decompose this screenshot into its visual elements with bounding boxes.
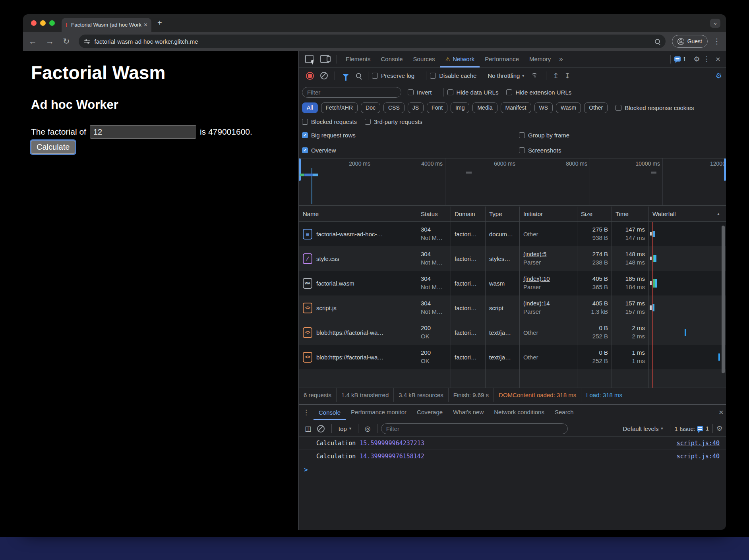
minimize-window-button[interactable] bbox=[40, 20, 46, 26]
more-tabs-icon[interactable]: » bbox=[556, 55, 566, 63]
device-toolbar-icon[interactable] bbox=[320, 55, 329, 63]
inspect-element-icon[interactable] bbox=[305, 55, 314, 63]
devtools-close-icon[interactable]: × bbox=[713, 54, 723, 64]
blocked-response-cookies-checkbox[interactable] bbox=[615, 105, 621, 111]
table-row[interactable]: ∕style.css 304Not M… factori… styles… (i… bbox=[299, 246, 726, 271]
new-tab-button[interactable]: + bbox=[157, 18, 162, 27]
column-header-time[interactable]: Time bbox=[612, 207, 649, 221]
console-sidebar-icon[interactable]: ◫ bbox=[305, 425, 311, 433]
console-filter-input[interactable] bbox=[381, 423, 568, 434]
forward-icon[interactable]: → bbox=[46, 37, 54, 46]
table-row[interactable]: <>script.js 304Not M… factori… script (i… bbox=[299, 295, 726, 320]
screenshots-checkbox[interactable] bbox=[519, 147, 525, 153]
column-header-domain[interactable]: Domain bbox=[451, 207, 486, 221]
clear-console-icon[interactable] bbox=[317, 425, 325, 433]
calculate-button[interactable]: Calculate bbox=[31, 141, 75, 154]
chip-js[interactable]: JS bbox=[408, 102, 424, 113]
drawer-tab-search[interactable]: Search bbox=[550, 404, 579, 421]
devtools-settings-icon[interactable]: ⚙ bbox=[694, 55, 700, 64]
hide-data-urls-checkbox[interactable] bbox=[447, 89, 453, 95]
back-icon[interactable]: ← bbox=[29, 37, 37, 46]
column-header-waterfall[interactable]: Waterfall▲ bbox=[649, 207, 726, 221]
initiator-link[interactable]: (index):5 bbox=[523, 250, 577, 258]
table-row[interactable]: <>blob:https://factorial-wa… 200OK facto… bbox=[299, 345, 726, 369]
throttling-select[interactable]: No throttling bbox=[488, 72, 520, 79]
timeline-left-handle[interactable] bbox=[299, 158, 301, 181]
browser-tab[interactable]: ! Factorial Wasm (ad hoc Work × bbox=[62, 18, 151, 32]
group-by-frame-checkbox[interactable] bbox=[519, 132, 525, 138]
invert-checkbox[interactable] bbox=[408, 89, 414, 95]
chip-other[interactable]: Other bbox=[584, 102, 608, 113]
console-prompt[interactable]: > bbox=[299, 463, 726, 477]
hide-extension-urls-checkbox[interactable] bbox=[506, 89, 512, 95]
chip-doc[interactable]: Doc bbox=[361, 102, 380, 113]
console-message[interactable]: Calculation14.399999976158142 script.js:… bbox=[299, 450, 726, 463]
drawer-tab-performance-monitor[interactable]: Performance monitor bbox=[346, 404, 412, 421]
big-request-rows-checkbox[interactable] bbox=[302, 132, 308, 138]
page-zoom-icon[interactable] bbox=[655, 39, 660, 44]
log-levels-select[interactable]: Default levels bbox=[623, 425, 659, 432]
drawer-menu-icon[interactable]: ⋮ bbox=[299, 408, 314, 417]
network-filter-input[interactable] bbox=[302, 87, 401, 98]
site-info-icon[interactable] bbox=[84, 39, 90, 44]
tab-sources[interactable]: Sources bbox=[408, 51, 440, 68]
clear-network-log-icon[interactable] bbox=[320, 72, 328, 79]
drawer-tab-whats-new[interactable]: What's new bbox=[448, 404, 489, 421]
network-overview-timeline[interactable]: 2000 ms 4000 ms 6000 ms 8000 ms 10000 ms… bbox=[299, 158, 726, 206]
guest-profile-button[interactable]: Guest bbox=[672, 35, 708, 48]
close-window-button[interactable] bbox=[31, 20, 37, 26]
tab-elements[interactable]: Elements bbox=[341, 51, 376, 68]
chip-media[interactable]: Media bbox=[472, 102, 497, 113]
record-network-log-icon[interactable] bbox=[306, 72, 314, 80]
table-row[interactable]: WAfactorial.wasm 304Not M… factori… wasm… bbox=[299, 271, 726, 295]
table-row[interactable]: ≡factorial-wasm-ad-hoc-… 304Not M… facto… bbox=[299, 222, 726, 246]
overview-checkbox[interactable] bbox=[302, 147, 308, 153]
devtools-menu-icon[interactable]: ⋮ bbox=[700, 55, 713, 63]
timeline-right-handle[interactable] bbox=[724, 158, 726, 181]
third-party-requests-checkbox[interactable] bbox=[365, 119, 371, 125]
tab-network[interactable]: ⚠Network bbox=[440, 51, 480, 68]
chip-manifest[interactable]: Manifest bbox=[501, 102, 531, 113]
filter-icon[interactable] bbox=[343, 74, 349, 77]
live-expression-eye-icon[interactable]: ◎ bbox=[365, 425, 371, 433]
chip-font[interactable]: Font bbox=[427, 102, 447, 113]
tab-console[interactable]: Console bbox=[376, 51, 408, 68]
drawer-tab-coverage[interactable]: Coverage bbox=[412, 404, 448, 421]
import-har-icon[interactable]: ↥ bbox=[550, 71, 561, 80]
source-link[interactable]: script.js:40 bbox=[677, 437, 720, 450]
url-bar[interactable]: factorial-wasm-ad-hoc-worker.glitch.me bbox=[79, 35, 666, 48]
initiator-link[interactable]: (index):14 bbox=[523, 299, 577, 307]
tab-close-icon[interactable]: × bbox=[144, 21, 147, 29]
table-row[interactable]: <>blob:https://factorial-wa… 200OK facto… bbox=[299, 320, 726, 345]
chip-all[interactable]: All bbox=[302, 102, 318, 113]
drawer-close-icon[interactable]: × bbox=[716, 407, 726, 417]
chip-fetch-xhr[interactable]: Fetch/XHR bbox=[321, 102, 358, 113]
chip-wasm[interactable]: Wasm bbox=[556, 102, 581, 113]
column-header-initiator[interactable]: Initiator bbox=[520, 207, 577, 221]
column-header-type[interactable]: Type bbox=[486, 207, 520, 221]
tab-memory[interactable]: Memory bbox=[524, 51, 556, 68]
console-message[interactable]: Calculation15.599999964237213 script.js:… bbox=[299, 437, 726, 450]
drawer-tab-console[interactable]: Console bbox=[314, 405, 346, 420]
tab-search-chevron-icon[interactable]: ⌄ bbox=[710, 19, 720, 28]
search-icon[interactable] bbox=[356, 73, 361, 78]
drawer-tab-network-conditions[interactable]: Network conditions bbox=[489, 404, 550, 421]
issues-icon[interactable] bbox=[697, 426, 703, 431]
context-select[interactable]: top bbox=[339, 425, 347, 432]
column-header-status[interactable]: Status bbox=[417, 207, 451, 221]
disable-cache-checkbox[interactable] bbox=[430, 73, 436, 79]
network-conditions-icon[interactable] bbox=[531, 73, 539, 79]
chip-img[interactable]: Img bbox=[451, 102, 469, 113]
maximize-window-button[interactable] bbox=[49, 20, 55, 26]
chip-css[interactable]: CSS bbox=[383, 102, 404, 113]
blocked-requests-checkbox[interactable] bbox=[302, 119, 308, 125]
issues-icon[interactable] bbox=[674, 56, 681, 62]
export-har-icon[interactable]: ↧ bbox=[561, 71, 573, 80]
reload-icon[interactable]: ↻ bbox=[63, 37, 70, 46]
column-header-name[interactable]: Name bbox=[299, 207, 417, 221]
network-settings-icon[interactable]: ⚙ bbox=[716, 71, 722, 80]
factorial-input[interactable] bbox=[90, 125, 196, 139]
chip-ws[interactable]: WS bbox=[534, 102, 553, 113]
browser-menu-icon[interactable]: ⋮ bbox=[713, 37, 720, 46]
source-link[interactable]: script.js:40 bbox=[677, 450, 720, 463]
